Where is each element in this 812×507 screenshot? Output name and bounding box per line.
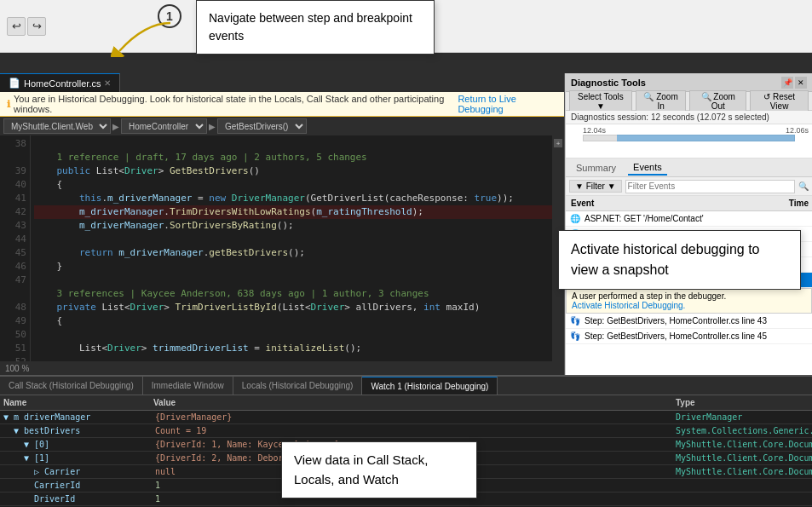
- zoom-out-btn[interactable]: 🔍 Zoom Out: [689, 90, 746, 112]
- watch-value-col: Count = 19: [153, 425, 676, 436]
- diag-toolbar: Select Tools ▼ 🔍 Zoom In 🔍 Zoom Out ↺ Re…: [566, 92, 812, 111]
- events-columns: Event Time: [566, 196, 812, 211]
- timeline-start: 12.04s: [583, 126, 606, 135]
- watch-name-col: ▼ [0]: [0, 440, 153, 449]
- diagnostic-panel: Diagnostic Tools 📌 ✕ Select Tools ▼ 🔍 Zo…: [565, 73, 812, 375]
- bottom-tab[interactable]: Watch 1 (Historical Debugging): [362, 377, 498, 395]
- event-text: Step: GetBestDrivers, HomeController.cs …: [585, 316, 769, 326]
- diag-session: Diagnostics session: 12 seconds (12.072 …: [566, 111, 812, 124]
- method-select[interactable]: GetBestDrivers(): [217, 118, 307, 134]
- gutter-add-btn[interactable]: +: [554, 139, 562, 147]
- watch-name: ▼ [1]: [24, 453, 49, 463]
- annotation-box-1: Navigate between step and breakpoint eve…: [196, 0, 435, 55]
- diag-pin-btn[interactable]: 📌: [781, 77, 793, 89]
- timeline-selection: [617, 135, 795, 141]
- timeline-end: 12.06s: [786, 126, 809, 135]
- watch-name: ▷ Carrier: [34, 467, 80, 476]
- editor-row: 📄 HomeController.cs ✕ ℹ You are in Histo…: [0, 73, 812, 375]
- bottom-tab[interactable]: Immediate Window: [143, 377, 233, 395]
- zoom-level: 100 %: [5, 364, 29, 373]
- watch-name: CarrierId: [34, 481, 80, 490]
- namespace-select[interactable]: MyShuttle.Client.Web: [3, 118, 111, 134]
- watch-row[interactable]: ▼ m_driverManager{DriverManager}DriverMa…: [0, 411, 812, 424]
- search-icon: 🔍: [798, 181, 809, 191]
- diag-header-controls: 📌 ✕: [781, 77, 807, 89]
- watch-name: DriverId: [34, 494, 75, 504]
- code-content[interactable]: 1 reference | draft, 17 days ago | 2 aut…: [31, 135, 564, 361]
- toolbar-back-btn[interactable]: ↩: [7, 17, 26, 36]
- watch-type-col: MyShuttle.Client.Core.Docume: [676, 439, 812, 450]
- toolbar-forward-btn[interactable]: ↪: [27, 17, 46, 36]
- inline-tooltip: A user performed a step in the debugger.…: [566, 288, 812, 314]
- events-filter-bar: ▼ Filter ▼ 🔍: [566, 177, 812, 196]
- watch-name-col: ▼ [1]: [0, 453, 153, 463]
- filter-btn[interactable]: ▼ Filter ▼: [569, 180, 622, 193]
- watch-type-col: System.Collections.Generic.List: [676, 425, 812, 436]
- watch-name-col: CarrierId: [0, 481, 153, 490]
- watch-header: Name Value Type: [0, 395, 812, 411]
- watch-name: ▼ m_driverManager: [3, 412, 90, 422]
- event-icon: 👣: [569, 331, 581, 343]
- file-icon: 📄: [9, 78, 20, 89]
- watch-name: ▼ [0]: [24, 440, 49, 449]
- watch-type-col: DriverManager: [676, 412, 812, 423]
- editor-panel: 📄 HomeController.cs ✕ ℹ You are in Histo…: [0, 73, 565, 375]
- editor-tab-bar: 📄 HomeController.cs ✕: [0, 73, 564, 92]
- watch-name-col: DriverId: [0, 494, 153, 504]
- diag-tabs: Summary Events: [566, 158, 812, 177]
- bottom-tab[interactable]: Call Stack (Historical Debugging): [0, 377, 143, 395]
- event-icon: 🌐: [569, 213, 581, 225]
- class-select[interactable]: HomeController: [121, 118, 207, 134]
- event-row[interactable]: 👣Step: GetBestDrivers, HomeController.cs…: [566, 329, 812, 344]
- event-text: ASP.NET: GET '/Home/Contact': [585, 214, 769, 223]
- watch-name-col: ▼ m_driverManager: [0, 412, 153, 422]
- event-row[interactable]: 👣Step: GetBestDrivers, HomeController.cs…: [566, 314, 812, 329]
- tab-close-btn[interactable]: ✕: [104, 78, 111, 88]
- arrow-annotation-1: [111, 19, 179, 59]
- tab-events[interactable]: Events: [628, 160, 667, 176]
- line-numbers: 3839404142434445464748495051525354555657…: [0, 135, 31, 361]
- info-icon: ℹ: [7, 99, 10, 110]
- annotation-box-2: Activate historical debugging to view a …: [558, 230, 801, 290]
- filter-input[interactable]: [625, 180, 795, 193]
- code-area: 3839404142434445464748495051525354555657…: [0, 135, 564, 361]
- watch-type-col: MyShuttle.Client.Core.Docume: [676, 452, 812, 464]
- editor-nav-bar: MyShuttle.Client.Web ▶ HomeController ▶ …: [0, 117, 564, 135]
- select-tools-btn[interactable]: Select Tools ▼: [569, 90, 632, 112]
- watch-value-col: {DriverManager}: [153, 412, 676, 423]
- activate-link[interactable]: Activate Historical Debugging.: [572, 301, 685, 310]
- bottom-tab-bar: Call Stack (Historical Debugging)Immedia…: [0, 377, 812, 395]
- event-icon: 👣: [569, 315, 581, 327]
- watch-name-col: ▼ bestDrivers: [0, 426, 153, 435]
- annotation-box-3: View data in Call Stack, Locals, and Wat…: [281, 441, 477, 498]
- event-row[interactable]: 🌐ASP.NET: GET '/Home/Contact': [566, 211, 812, 227]
- return-live-link[interactable]: Return to Live Debugging: [458, 94, 557, 114]
- tab-summary[interactable]: Summary: [571, 161, 621, 175]
- reset-view-btn[interactable]: ↺ Reset View: [750, 90, 809, 112]
- watch-type-col: MyShuttle.Client.Core.Docume: [676, 466, 812, 477]
- zoom-in-btn[interactable]: 🔍 Zoom In: [636, 90, 686, 112]
- diag-close-btn[interactable]: ✕: [795, 77, 807, 89]
- watch-name: ▼ bestDrivers: [14, 426, 80, 435]
- event-text: Step: GetBestDrivers, HomeController.cs …: [585, 331, 769, 341]
- diag-timeline[interactable]: 12.04s 12.06s: [566, 124, 812, 158]
- bottom-tab[interactable]: Locals (Historical Debugging): [233, 377, 363, 395]
- watch-name-col: ▷ Carrier: [0, 467, 153, 476]
- historical-banner: ℹ You are in Historical Debugging. Look …: [0, 92, 564, 117]
- editor-tab-homecontroller[interactable]: 📄 HomeController.cs ✕: [0, 73, 120, 92]
- status-bar: 100 %: [0, 361, 564, 375]
- watch-row[interactable]: ▼ bestDriversCount = 19System.Collection…: [0, 424, 812, 438]
